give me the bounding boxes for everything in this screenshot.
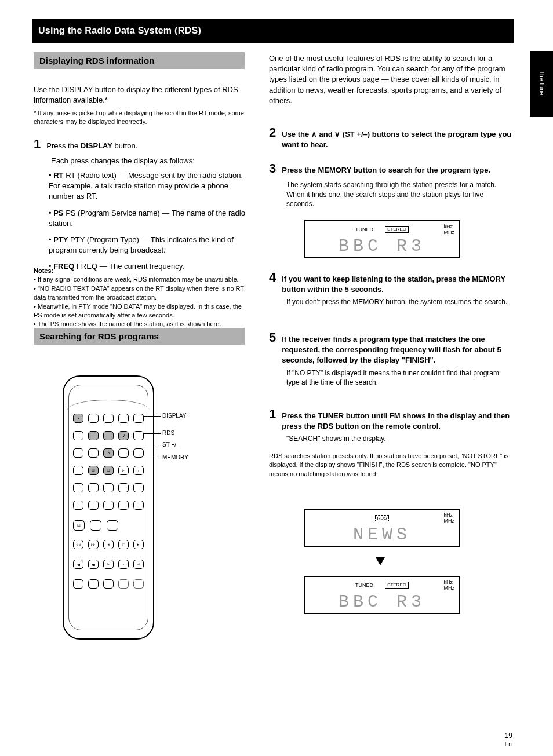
lcd3-text: BBC R3 — [310, 592, 454, 612]
remote-row-2: ∨ — [73, 431, 144, 440]
section1-intro: Use the DISPLAY button to display the di… — [34, 85, 245, 105]
lcd3-tuned: TUNED — [355, 582, 373, 588]
lcd2-mhz: MHz — [444, 518, 455, 524]
lcd2-text: NEWS — [310, 525, 454, 545]
list1: PS (Program Service name) — The name of … — [49, 209, 245, 228]
btn-r6-3[interactable] — [103, 501, 114, 510]
btn-r8-4[interactable]: □ — [118, 540, 129, 549]
section2-step3: 3 Press the MEMORY button to search for … — [269, 160, 512, 209]
label-memory: MEMORY — [162, 454, 188, 461]
r3-text: Press the MEMORY button to search for th… — [282, 165, 490, 176]
btn-r9-1[interactable]: ⏮ — [73, 560, 83, 569]
btn-r3-4[interactable] — [118, 448, 129, 458]
label-st: ST +/– — [162, 441, 180, 448]
lcd3-khz: kHz — [444, 579, 453, 585]
lcd-display-2: RDS kHz MHz NEWS — [304, 509, 460, 547]
btn-r1-5[interactable] — [133, 414, 144, 423]
lcd2-rds: RDS — [375, 515, 390, 521]
btn-r10-5[interactable] — [133, 579, 144, 589]
r3-num: 3 — [269, 160, 276, 178]
btn-r4-4[interactable]: ▹ — [118, 466, 129, 475]
btn-r8-1[interactable]: ◃◃ — [73, 540, 83, 549]
st-plus-button[interactable]: ∧ — [103, 448, 114, 458]
btn-r10-3[interactable] — [103, 579, 114, 589]
lcd2-khz: kHz — [444, 512, 453, 518]
note1: "NO RADIO TEXT DATA" appears on the RT d… — [34, 285, 244, 301]
side-tab: The Tuner — [530, 51, 553, 117]
btn-r5-5[interactable] — [133, 483, 144, 492]
r-step2-b: and — [319, 130, 334, 138]
list2: PTY (Program Type) — This indicates the … — [49, 235, 234, 254]
btn-r6-1[interactable] — [73, 501, 83, 510]
btn-r9-2[interactable]: ⏭ — [88, 560, 99, 569]
display-button[interactable]: • — [73, 414, 83, 423]
btn-r4-5[interactable]: ▫ — [133, 466, 144, 475]
s2s1-detail: "SEARCH" shows in the display. — [286, 434, 512, 444]
lcd1-stereo: STEREO — [385, 226, 409, 233]
btn-r2-1[interactable] — [73, 431, 83, 440]
line-display — [143, 416, 161, 417]
st-minus-button[interactable]: ∨ — [118, 431, 129, 440]
btn-r10-4[interactable] — [118, 579, 129, 589]
btn-r6-5[interactable] — [133, 501, 144, 510]
lcd1-khz: kHz — [444, 224, 453, 229]
r4-detail: If you don't press the MEMORY button, th… — [286, 297, 512, 307]
arrow-down-icon — [376, 555, 385, 568]
btn-r4-3[interactable]: ⊟ — [103, 466, 114, 475]
s2s1-text: Press the TUNER button until FM shows in… — [282, 411, 512, 432]
btn-r7-2[interactable] — [90, 520, 101, 531]
btn-r5-3[interactable] — [103, 483, 114, 492]
btn-r1-3[interactable] — [103, 414, 114, 423]
caret-up-icon — [311, 130, 317, 138]
section1-intro-text: Use the DISPLAY button to display the di… — [34, 85, 238, 104]
remote-control-diagram: • ∨ ∧ ⊞ ⊟ ▹ ▫ — [63, 375, 154, 640]
btn-r8-3[interactable]: ◂ — [103, 540, 114, 549]
section2-step2: 2 Use the and (ST +/–) buttons to select… — [269, 124, 512, 150]
btn-r8-5[interactable]: ▸ — [133, 540, 144, 549]
step1-bold: DISPLAY — [81, 141, 112, 150]
r5-num: 5 — [269, 329, 276, 347]
btn-r5-1[interactable] — [73, 483, 83, 492]
rds-search-note: RDS searches station presets only. If no… — [269, 452, 512, 479]
remote-row-10 — [73, 579, 144, 589]
step-number: 1 — [34, 136, 41, 154]
lcd3-stereo: STEREO — [385, 582, 409, 589]
rds-button[interactable] — [88, 431, 99, 440]
btn-r9-4[interactable]: ▫ — [118, 560, 129, 569]
step1-a: Press the — [46, 141, 78, 150]
btn-r1-2[interactable] — [88, 414, 99, 423]
btn-r5-4[interactable] — [118, 483, 129, 492]
remote-row-7: ⊡ — [73, 520, 118, 531]
btn-r3-5[interactable] — [133, 448, 144, 458]
btn-r2-5[interactable] — [133, 431, 144, 440]
btn-r6-4[interactable] — [118, 501, 129, 510]
btn-r10-1[interactable] — [73, 579, 83, 589]
btn-r4-1[interactable] — [73, 466, 83, 475]
lcd-display-1: TUNED STEREO kHz MHz BBC R3 — [304, 220, 460, 258]
btn-r9-5[interactable]: ◃ — [133, 560, 144, 569]
btn-r7-1[interactable]: ⊡ — [73, 520, 85, 531]
btn-r4-2[interactable]: ⊞ — [88, 466, 99, 475]
r5-text: If the receiver finds a program type tha… — [282, 334, 512, 366]
btn-r3-1[interactable] — [73, 448, 83, 458]
btn-r3-2[interactable] — [88, 448, 99, 458]
footer-en: En — [505, 741, 512, 747]
btn-r8-2[interactable]: ▹▹ — [88, 540, 99, 549]
r-step2-a: Use the — [282, 130, 309, 138]
section1-step1: 1 Press the DISPLAY button. Each press c… — [34, 136, 245, 166]
memory-button[interactable] — [103, 431, 114, 440]
line-memory — [144, 458, 161, 458]
list0: RT (Radio text) — Message sent by the ra… — [49, 171, 243, 200]
section1-asterisk-note: * If any noise is picked up while displa… — [34, 109, 245, 127]
note2: Meanwhile, in PTY mode "NO DATA" may be … — [34, 303, 242, 319]
label-rds: RDS — [162, 430, 174, 436]
btn-r5-2[interactable] — [88, 483, 99, 492]
line-st — [144, 445, 161, 445]
btn-r7-3[interactable] — [107, 520, 118, 531]
btn-r1-4[interactable] — [118, 414, 129, 423]
btn-r9-3[interactable]: ▹ — [103, 560, 114, 569]
section1-asterisk-text: If any noise is picked up while displayi… — [34, 109, 244, 125]
side-tab-label: The Tuner — [539, 71, 545, 97]
btn-r6-2[interactable] — [88, 501, 99, 510]
btn-r10-2[interactable] — [88, 579, 99, 589]
